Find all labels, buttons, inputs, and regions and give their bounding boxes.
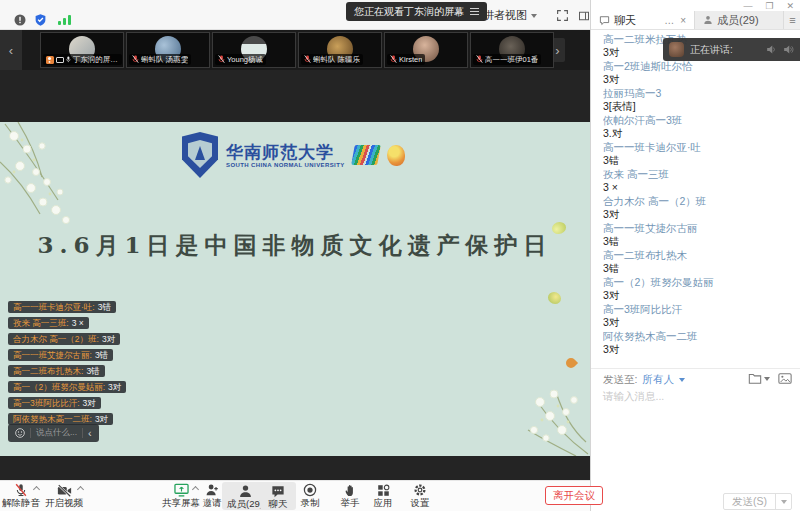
emoji-icon[interactable] [15,428,25,438]
chat-text: 3对 [603,343,793,356]
chat-text: 3错 [603,262,793,275]
filmstrip-prev-button[interactable]: ‹ [0,30,22,70]
tab-chat[interactable]: 聊天 … × [591,11,694,29]
danmaku-message: 高一3班阿比比汗:3对 [8,397,101,409]
university-crest-icon [182,132,218,178]
video-thumbnail[interactable]: Young杨诚 [212,32,296,68]
danmaku-message: 高一一班艾捷尔古丽:3错 [8,349,113,361]
leaf-decoration-icon [564,356,578,370]
participant-name: Kirsten [399,54,422,65]
danmaku-text: 3对 [108,382,121,392]
chat-message: 高一一班卡迪尔亚·吐3错 [603,141,793,167]
maximize-button[interactable]: ❐ [765,1,773,11]
participant-label: Kirsten [387,54,425,65]
chat-tab-row: 聊天 … × 成员(29) ≡ [591,11,800,30]
chat-message-list[interactable]: 高一二班米拉瓦热3对 高一2班迪斯吐尔恰3对 拉丽玛高一33[表情] 依帕尔汗高… [603,33,793,357]
danmaku-sender: 高一一班艾捷尔古丽: [13,350,92,360]
meeting-info-icon[interactable] [14,14,26,26]
danmaku-text: 3对 [102,334,115,344]
chat-text: 3[表情] [603,100,793,113]
panel-menu-icon[interactable]: ≡ [784,11,800,29]
toolbar-record[interactable]: 录制 [288,482,332,509]
meeting-window: 26:41 演讲者视图 您正在观看丁东润的屏幕 ‹ › 丁东润的屏幕共... [0,0,800,511]
danmaku-message: 高一（2）班努尔曼姑丽:3对 [8,381,126,393]
speaking-label: 正在讲话: [690,43,760,57]
danmaku-text: 3对 [83,398,96,408]
close-button[interactable]: ✕ [786,1,794,11]
video-thumbnail[interactable]: 高一一班伊01番 [470,32,554,68]
video-thumbnail-screenshare[interactable]: 丁东润的屏幕共... [40,32,124,68]
send-to-selector[interactable]: 发送至: 所有人 [603,373,685,387]
chat-text: 3错 [603,235,793,248]
toolbar-settings[interactable]: 设置 [398,482,442,509]
security-shield-icon[interactable] [34,13,47,27]
chat-text: 3错 [603,154,793,167]
file-attach-button[interactable] [748,372,770,385]
minimize-button[interactable]: — [743,1,752,11]
chat-message: 依帕尔汗高一3班3.对 [603,114,793,140]
screenshare-icon [56,57,64,63]
gear-icon [398,482,442,497]
participant-label: 高一一班伊01番 [473,54,541,65]
flower-decoration-top-left [0,122,100,242]
danmaku-input-bar[interactable]: 说点什么... ‹ [8,424,99,442]
tab-chat-label: 聊天 [614,13,636,28]
chat-attachment-icons [748,372,792,385]
watching-tooltip: 您正在观看丁东润的屏幕 [346,2,487,21]
chat-sender: 拉丽玛高一3 [603,87,793,100]
divider [30,428,31,438]
send-options-caret[interactable] [775,494,791,509]
chat-input-placeholder[interactable]: 请输入消息... [603,390,664,404]
chat-panel: — ❐ ✕ 聊天 … × 成员(29) ≡ 高一二班米拉瓦热3对 高一2班迪斯吐… [590,0,800,511]
chat-sender: 高一一班艾捷尔古丽 [603,222,793,235]
watching-tooltip-text: 您正在观看丁东润的屏幕 [354,5,464,19]
network-signal-icon[interactable] [58,14,71,25]
chat-bubble-icon [599,15,610,26]
danmaku-text: 3错 [98,302,111,312]
speaker-avatar [669,42,684,57]
chevron-down-icon [531,14,537,18]
chat-message: 高一一班艾捷尔古丽3错 [603,222,793,248]
collapse-danmaku-icon[interactable]: ‹ [88,428,92,438]
send-to-value[interactable]: 所有人 [642,373,674,387]
tab-members[interactable]: 成员(29) [694,11,784,29]
fullscreen-icon[interactable] [556,9,569,22]
danmaku-text: 3错 [86,366,99,376]
panel-toggle-icon[interactable] [578,10,590,22]
chat-message: 合力木尔 高一（2）班3对 [603,195,793,221]
flower-decoration-bottom-right [488,372,590,456]
screenshot-button[interactable] [778,372,792,385]
video-thumbnail[interactable]: 蝌蚪队 汤惠雯 [126,32,210,68]
chevron-down-icon [679,378,685,382]
participant-label: 蝌蚪队 陈疆乐 [301,54,363,65]
chat-message: 高一2班迪斯吐尔恰3对 [603,60,793,86]
mic-icon [66,55,71,64]
close-tab-icon[interactable]: × [680,15,686,26]
speaker-icon [766,44,777,55]
mic-muted-icon [304,55,311,64]
participant-label: Young杨诚 [215,54,266,65]
chevron-down-icon [764,377,770,381]
participant-label: 丁东润的屏幕共... [43,54,122,65]
participant-name: Young杨诚 [227,54,263,65]
danmaku-sender: 孜来 高一三班: [13,318,69,328]
danmaku-text: 3 × [72,318,84,328]
more-icon[interactable]: … [664,15,674,26]
anniversary-flag-icon [351,145,381,165]
leave-meeting-button[interactable]: 离开会议 [545,486,603,505]
toolbar-label: 设置 [398,497,442,509]
chat-message: 阿依努热木高一二班3对 [603,330,793,356]
divider [82,428,83,438]
video-thumbnail[interactable]: Kirsten [384,32,468,68]
tab-members-label: 成员(29) [717,13,759,28]
send-button-label[interactable]: 发送(S) [724,494,775,509]
video-thumbnail[interactable]: 蝌蚪队 陈疆乐 [298,32,382,68]
meeting-topbar: 26:41 演讲者视图 [0,0,590,30]
university-name-cn: 华南师范大学 [226,142,345,162]
send-button[interactable]: 发送(S) [723,493,792,510]
danmaku-input-placeholder[interactable]: 说点什么... [36,427,77,439]
participant-label: 蝌蚪队 汤惠雯 [129,54,191,65]
tooltip-menu-icon[interactable] [470,8,479,15]
chat-sender: 高一2班迪斯吐尔恰 [603,60,793,73]
chat-text: 3.对 [603,127,793,140]
